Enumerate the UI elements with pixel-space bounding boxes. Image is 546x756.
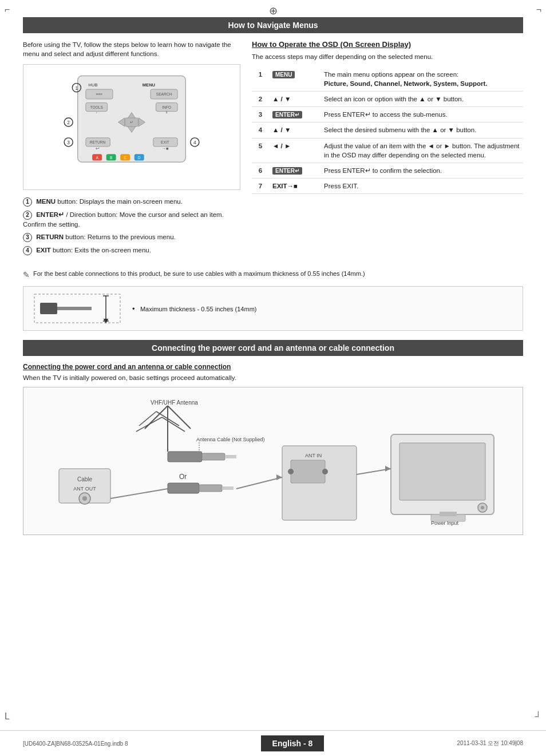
svg-text:Cable: Cable [77,476,93,482]
svg-rect-62 [199,485,222,492]
osd-row-6: 6 ENTER↵ Press ENTER↵ to confirm the sel… [252,163,523,178]
corner-mark-tr: ¬ [536,5,541,15]
svg-text:B: B [110,156,113,160]
svg-text:Or: Or [179,473,187,481]
svg-point-84 [288,469,294,474]
remote-illustration: HUB MENU ≡≡≡ SEARCH TOOLS ♪ INFO [23,64,240,190]
svg-text:HUB: HUB [89,82,98,88]
osd-num: 5 [252,138,269,163]
antenna-diagram: VHF/UHF Antenna Antenna Cable (Not Suppl… [23,387,523,535]
corner-mark-bl: L [5,711,10,722]
svg-text:4: 4 [193,140,196,145]
osd-desc: Press EXIT. [321,178,523,193]
svg-text:ANT IN: ANT IN [305,453,322,458]
svg-text:↩: ↩ [96,146,100,151]
svg-text:♪: ♪ [96,111,97,114]
section-header-connecting: Connecting the power cord and an antenna… [23,340,523,356]
svg-rect-72 [291,460,325,483]
svg-marker-74 [276,474,282,480]
svg-rect-43 [57,307,92,310]
svg-point-85 [322,469,328,474]
circle-4: 4 [23,246,32,255]
osd-row-1: 1 MENU The main menu options appear on t… [252,67,523,92]
subsection-text: When the TV is initially powered on, bas… [23,374,523,381]
cable-note: ✎ For the best cable connections to this… [23,270,523,279]
circle-2: 2 [23,211,32,220]
osd-desc: Press ENTER↵ to access the sub-menus. [321,107,523,122]
svg-text:Power Input: Power Input [431,520,459,526]
center-compass-top: ⊕ [269,5,278,17]
svg-rect-61 [168,483,199,493]
osd-num: 1 [252,67,269,92]
list-item: 2 ENTER↵ / Direction button: Move the cu… [23,210,240,229]
svg-text:→■: →■ [161,146,169,151]
corner-mark-br: ┘ [535,711,541,722]
osd-row-5: 5 ◄ / ► Adjust the value of an item with… [252,138,523,163]
right-column: How to Operate the OSD (On Screen Displa… [252,40,523,259]
osd-title: How to Operate the OSD (On Screen Displa… [252,40,523,49]
svg-text:VHF/UHF Antenna: VHF/UHF Antenna [151,399,198,406]
osd-desc: Adjust the value of an item with the ◄ o… [321,138,523,163]
osd-subtitle: The access steps may differ depending on… [252,52,523,61]
svg-text:TOOLS: TOOLS [90,105,104,109]
cable-diagram-svg [31,291,123,326]
remote-svg: HUB MENU ≡≡≡ SEARCH TOOLS ♪ INFO [29,70,234,184]
osd-row-4: 4 ▲ / ▼ Select the desired submenu with … [252,122,523,138]
osd-num: 4 [252,122,269,138]
cable-diagram-text: • Maximum thickness - 0.55 inches (14mm) [132,304,256,313]
top-section: Before using the TV, follow the steps be… [23,40,523,259]
button-list: 1 MENU button: Displays the main on-scre… [23,197,240,255]
navigate-intro: Before using the TV, follow the steps be… [23,40,240,58]
cable-note-text: For the best cable connections to this p… [33,270,365,277]
section-header-navigate: How to Navigate Menus [23,17,523,33]
svg-text:ANT OUT: ANT OUT [73,486,96,492]
svg-text:EXIT: EXIT [161,140,169,144]
osd-key: MENU [269,67,321,92]
svg-marker-83 [385,466,391,472]
antenna-diagram-svg: VHF/UHF Antenna Antenna Cable (Not Suppl… [30,394,523,526]
svg-text:≡≡≡: ≡≡≡ [96,93,103,97]
osd-num: 7 [252,178,269,193]
osd-key: EXIT→■ [269,178,321,193]
svg-line-52 [136,417,162,432]
svg-text:2: 2 [67,120,70,125]
svg-rect-57 [168,452,202,462]
page-footer: [UD6400-ZA]BN68-03525A-01Eng.indb 8 Engl… [0,730,546,756]
osd-row-7: 7 EXIT→■ Press EXIT. [252,178,523,193]
svg-text:↵: ↵ [130,121,133,125]
circle-3: 3 [23,233,32,242]
osd-num: 3 [252,107,269,122]
osd-num: 6 [252,163,269,178]
svg-rect-58 [202,453,225,460]
svg-text:D: D [138,156,141,160]
footer-file: [UD6400-ZA]BN68-03525A-01Eng.indb 8 [23,741,128,747]
osd-key: ◄ / ► [269,138,321,163]
osd-row-3: 3 ENTER↵ Press ENTER↵ to access the sub-… [252,107,523,122]
svg-point-68 [82,496,87,501]
note-icon: ✎ [23,270,30,279]
list-item: 1 MENU button: Displays the main on-scre… [23,197,240,207]
osd-key: ENTER↵ [269,163,321,178]
svg-text:RETURN: RETURN [90,140,106,144]
svg-line-73 [236,477,282,489]
svg-line-69 [110,489,168,498]
osd-num: 2 [252,92,269,107]
osd-key: ENTER↵ [269,107,321,122]
page-container: ⌐ ¬ ⊕ How to Navigate Menus Before using… [0,0,546,756]
svg-text:INFO: INFO [162,105,171,109]
list-item: 3 RETURN button: Returns to the previous… [23,232,240,242]
svg-text:MENU: MENU [143,82,155,88]
osd-table: 1 MENU The main menu options appear on t… [252,67,523,194]
svg-text:Antenna Cable (Not Supplied): Antenna Cable (Not Supplied) [196,437,265,442]
footer-date: 2011-03-31 오전 10:49|08 [457,739,523,747]
circle-1: 1 [23,197,32,207]
svg-point-81 [481,506,484,509]
svg-line-49 [168,406,191,429]
svg-rect-42 [40,303,57,314]
osd-desc: Select an icon or option with the ▲ or ▼… [321,92,523,107]
osd-desc: Select the desired submenu with the ▲ or… [321,122,523,138]
cable-diagram-box: • Maximum thickness - 0.55 inches (14mm) [23,286,523,331]
svg-text:SEARCH: SEARCH [156,93,172,97]
svg-line-50 [139,411,156,426]
subsection-title: Connecting the power cord and an antenna… [23,363,523,371]
